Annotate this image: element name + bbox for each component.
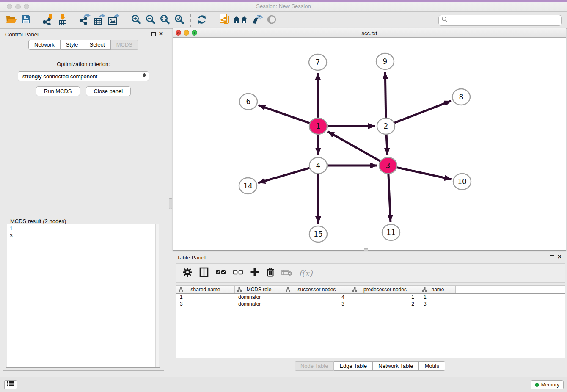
table-cell[interactable]: dominator (235, 294, 284, 301)
memory-button[interactable]: Memory (531, 380, 564, 389)
zoom-out-icon (145, 14, 156, 27)
edge-1-6[interactable] (259, 105, 311, 124)
show-hide-button[interactable] (264, 14, 279, 27)
mcds-result-list[interactable]: 13 (7, 224, 159, 367)
tab-network-table[interactable]: Network Table (373, 361, 419, 371)
table-cell[interactable]: 3 (176, 301, 235, 307)
style-brush-icon (251, 14, 263, 27)
table-cell[interactable]: 1 (350, 294, 420, 301)
tab-network[interactable]: Network (28, 40, 61, 50)
houses-icon (232, 14, 249, 27)
table-cell[interactable]: dominator (235, 301, 284, 307)
node-table[interactable]: shared nameMCDS rolesuccessor nodesprede… (176, 285, 565, 358)
create-column-button[interactable] (250, 268, 259, 279)
zoom-selected-button[interactable] (172, 14, 187, 27)
search-input[interactable] (448, 16, 559, 25)
select-all-columns-button[interactable] (215, 269, 226, 277)
edge-3-1[interactable] (328, 131, 382, 162)
control-panel-tabs: NetworkStyleSelectMCDS (0, 40, 167, 50)
export-network-button[interactable] (78, 14, 92, 27)
table-cell[interactable]: 3 (420, 301, 456, 307)
table-cell[interactable]: 4 (284, 294, 350, 301)
zoom-fit-button[interactable] (158, 14, 172, 27)
node-label-4: 4 (316, 161, 321, 170)
column-header-successor-nodes[interactable]: successor nodes (284, 286, 350, 293)
column-header-label: MCDS role (247, 287, 272, 293)
result-line: 3 (7, 232, 159, 240)
window-top-edge (0, 0, 567, 2)
result-scrollbar[interactable] (155, 224, 159, 367)
edge-1-7[interactable] (318, 73, 318, 119)
function-builder-button-disabled: f(x) (299, 268, 313, 278)
zoom-in-button[interactable] (129, 14, 143, 27)
export-network-icon (79, 14, 91, 27)
main-toolbar (0, 12, 567, 29)
import-network-button[interactable] (41, 14, 55, 27)
table-settings-button[interactable] (182, 267, 193, 279)
column-header-shared-name[interactable]: shared name (176, 286, 235, 293)
refresh-icon (196, 14, 207, 27)
network-canvas[interactable]: 7968124314101511 (173, 38, 565, 250)
panel-divider-handle[interactable] (169, 198, 172, 209)
node-label-14: 14 (243, 182, 253, 190)
node-label-3: 3 (386, 161, 391, 170)
table-cell[interactable]: 2 (350, 301, 420, 307)
column-header-predecessor-nodes[interactable]: predecessor nodes (350, 286, 420, 293)
export-table-button[interactable] (92, 14, 107, 27)
run-mcds-button[interactable]: Run MCDS (36, 86, 80, 96)
edge-2-8[interactable] (393, 101, 451, 124)
dropdown-stepper-icon (143, 73, 146, 77)
control-panel: Control Panel ✕ NetworkStyleSelectMCDS O… (0, 29, 167, 373)
table-row[interactable]: 1dominator411 (176, 294, 565, 301)
table-toolbar: f(x) (176, 263, 565, 283)
close-panel-icon[interactable]: ✕ (557, 255, 562, 259)
table-cell[interactable]: 1 (176, 294, 235, 301)
eye-icon (266, 14, 277, 26)
tab-style[interactable]: Style (61, 40, 84, 50)
first-neighbors-button[interactable] (231, 14, 250, 27)
tab-edge-table[interactable]: Edge Table (334, 361, 373, 371)
optimization-criterion-dropdown[interactable]: strongly connected component (18, 71, 149, 81)
task-history-button[interactable] (4, 380, 17, 389)
search-field[interactable] (438, 15, 562, 26)
network-window-titlebar[interactable]: ✕ − + scc.txt (173, 28, 566, 38)
tab-node-table[interactable]: Node Table (295, 361, 334, 371)
delete-column-button[interactable] (266, 267, 275, 279)
style-button[interactable] (250, 14, 264, 27)
tab-mcds[interactable]: MCDS (111, 40, 138, 50)
float-panel-icon[interactable] (550, 255, 554, 259)
column-header-name[interactable]: name (420, 286, 456, 293)
close-panel-icon[interactable]: ✕ (159, 32, 163, 36)
table-header-row: shared nameMCDS rolesuccessor nodesprede… (176, 286, 565, 294)
tab-motifs[interactable]: Motifs (419, 361, 445, 371)
node-label-6: 6 (246, 97, 251, 106)
unselect-all-columns-button[interactable] (233, 269, 244, 277)
zoom-out-button[interactable] (143, 14, 158, 27)
edge-4-14[interactable] (258, 168, 311, 183)
show-columns-button[interactable] (199, 267, 209, 279)
save-session-button[interactable] (19, 14, 33, 27)
edge-2-3[interactable] (386, 133, 388, 155)
tab-select[interactable]: Select (84, 40, 111, 50)
close-panel-button[interactable]: Close panel (86, 86, 131, 96)
open-session-button[interactable] (4, 14, 19, 27)
toolbar-separator (125, 14, 125, 27)
import-table-button[interactable] (55, 14, 70, 27)
split-pane-grip[interactable] (364, 248, 368, 251)
node-label-1: 1 (316, 122, 321, 130)
table-row[interactable]: 3dominator323 (176, 301, 565, 307)
column-header-label: shared name (190, 287, 220, 293)
export-image-button[interactable] (107, 14, 121, 27)
clone-network-button[interactable] (217, 14, 231, 27)
open-folder-icon (6, 14, 17, 26)
edge-3-10[interactable] (395, 167, 452, 179)
column-header-MCDS-role[interactable]: MCDS role (235, 286, 284, 293)
table-cell[interactable]: 1 (420, 294, 456, 301)
table-cell[interactable]: 3 (284, 301, 350, 307)
import-network-icon (42, 14, 54, 27)
edge-3-11[interactable] (388, 173, 391, 222)
window-titlebar: Session: New Session (0, 0, 567, 12)
edge-2-9[interactable] (385, 72, 385, 119)
refresh-button[interactable] (195, 14, 209, 27)
float-panel-icon[interactable] (151, 32, 156, 36)
